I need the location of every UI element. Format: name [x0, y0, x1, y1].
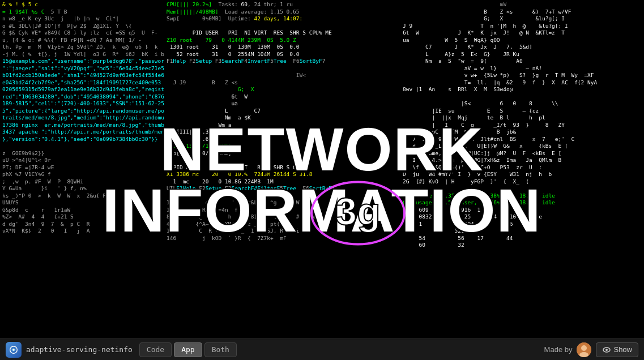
toolbar-right: Made by Show — [544, 342, 638, 357]
made-by-label: Made by — [544, 345, 573, 354]
app-name-label: adaptive-serving-netinfo — [26, 345, 133, 354]
show-label: Show — [613, 345, 632, 354]
show-button[interactable]: Show — [596, 342, 638, 357]
toolbar: adaptive-serving-netinfo Code App Both M… — [0, 338, 644, 360]
tab-code-button[interactable]: Code — [139, 342, 172, 357]
app-icon — [6, 342, 22, 358]
toolbar-left: adaptive-serving-netinfo Code App Both — [6, 342, 239, 358]
terminal-right: mW B Z <s &) 7+T w/VF G; X &lu?g[; I J 9… — [400, 0, 644, 340]
svg-point-3 — [12, 349, 15, 351]
eye-icon — [602, 345, 611, 354]
svg-point-5 — [581, 345, 587, 351]
terminal-middle: CPU[||| 20.2%] Tasks: 60, 24 thr; 1 ru M… — [164, 0, 402, 340]
tab-app-button[interactable]: App — [174, 342, 202, 357]
tab-both-button[interactable]: Both — [204, 342, 237, 357]
svg-point-8 — [605, 349, 608, 351]
terminal-left: & % ! $ 5 c = 1 9$4T %s C 5 T B n w8 _e … — [0, 0, 164, 340]
avatar — [577, 342, 591, 357]
